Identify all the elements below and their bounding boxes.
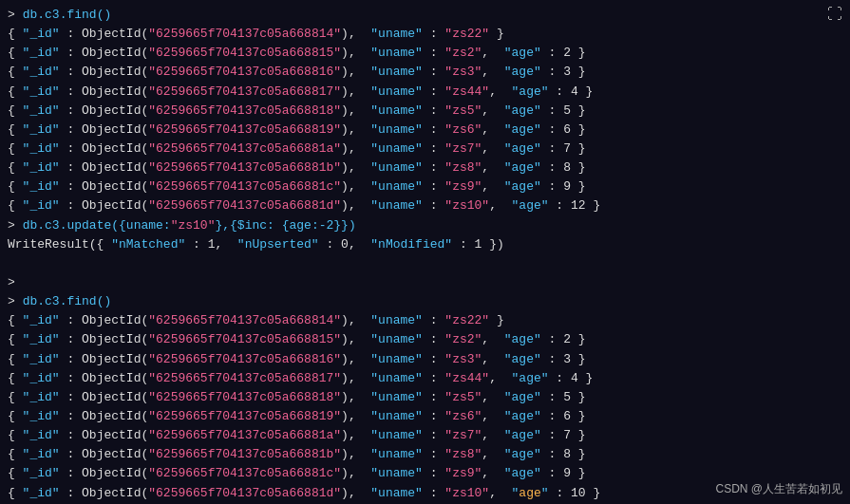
doc-row-1-4: { "_id" : ObjectId("6259665f704137c05a66… [8,83,842,102]
terminal-window: ⛶ > db.c3.find() { "_id" : ObjectId("625… [0,0,850,504]
doc-row-1-2: { "_id" : ObjectId("6259665f704137c05a66… [8,44,842,63]
command-line-2: > db.c3.find() [8,292,842,311]
write-result-line: WriteResult({ "nMatched" : 1, "nUpserted… [8,235,842,254]
doc-row-1-7: { "_id" : ObjectId("6259665f704137c05a66… [8,140,842,159]
doc-row-2-4: { "_id" : ObjectId("6259665f704137c05a66… [8,369,842,388]
watermark: CSDN @人生苦若如初见 [715,480,842,498]
blank-line [8,254,842,273]
doc-row-1-8: { "_id" : ObjectId("6259665f704137c05a66… [8,159,842,177]
doc-row-2-7: { "_id" : ObjectId("6259665f704137c05a66… [8,426,842,445]
doc-row-2-1: { "_id" : ObjectId("6259665f704137c05a66… [8,311,842,330]
doc-row-2-8: { "_id" : ObjectId("6259665f704137c05a66… [8,445,842,464]
doc-row-1-5: { "_id" : ObjectId("6259665f704137c05a66… [8,102,842,121]
doc-row-2-6: { "_id" : ObjectId("6259665f704137c05a66… [8,407,842,426]
doc-row-1-9: { "_id" : ObjectId("6259665f704137c05a66… [8,177,842,196]
command-line-update: > db.c3.update({uname:"zs10"},{$inc: {ag… [8,216,842,235]
doc-row-1-3: { "_id" : ObjectId("6259665f704137c05a66… [8,63,842,82]
doc-row-1-1: { "_id" : ObjectId("6259665f704137c05a66… [8,25,842,44]
expand-button[interactable]: ⛶ [827,4,842,28]
doc-row-2-2: { "_id" : ObjectId("6259665f704137c05a66… [8,330,842,349]
command-line-1: > db.c3.find() [8,6,842,25]
doc-row-1-10: { "_id" : ObjectId("6259665f704137c05a66… [8,196,842,215]
prompt-line: > [8,273,842,292]
doc-row-2-5: { "_id" : ObjectId("6259665f704137c05a66… [8,388,842,407]
doc-row-2-3: { "_id" : ObjectId("6259665f704137c05a66… [8,350,842,369]
doc-row-1-6: { "_id" : ObjectId("6259665f704137c05a66… [8,121,842,140]
